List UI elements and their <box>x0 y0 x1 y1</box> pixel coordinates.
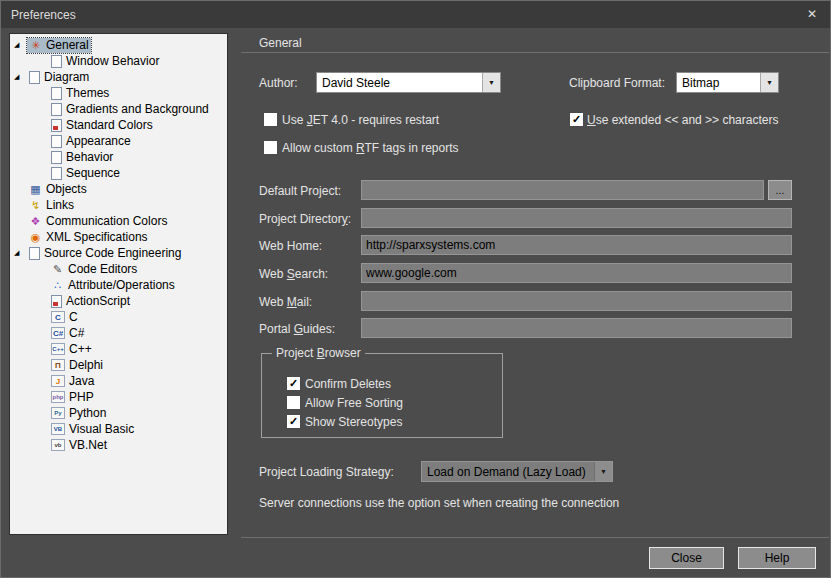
window-title: Preferences <box>11 8 76 22</box>
tree-item-links[interactable]: ↯Links <box>10 197 227 213</box>
tree-item-actionscript[interactable]: ActionScript <box>10 293 227 309</box>
palette-icon: ❖ <box>29 215 42 228</box>
tree-item-objects[interactable]: ▦Objects <box>10 181 227 197</box>
tree-item-label: Sequence <box>66 166 120 180</box>
tree-item-behavior[interactable]: Behavior <box>10 149 227 165</box>
tree-item-themes[interactable]: Themes <box>10 85 227 101</box>
project-directory-input[interactable] <box>361 208 792 228</box>
vbnet-icon: vb <box>51 439 65 451</box>
tree-row-content: ↯Links <box>27 198 76 213</box>
web-mail-label: Web Mail: <box>259 295 312 309</box>
tree-item-label: Behavior <box>66 150 113 164</box>
general-icon: ✳ <box>29 39 42 52</box>
php-icon: php <box>51 391 65 403</box>
tree-item-label: Diagram <box>44 70 89 84</box>
loading-strategy-value: Load on Demand (Lazy Load) <box>422 462 594 481</box>
tree-item-label: Communication Colors <box>46 214 167 228</box>
default-project-input[interactable] <box>361 180 764 200</box>
tree-row-content: Diagram <box>27 70 91 85</box>
tree-item-window-behavior[interactable]: Window Behavior <box>10 53 227 69</box>
tree-row-content: Appearance <box>49 134 133 149</box>
tree-item-gradients[interactable]: Gradients and Background <box>10 101 227 117</box>
tree-item-cpp[interactable]: C++C++ <box>10 341 227 357</box>
tree-expander[interactable]: ◢ <box>14 37 27 53</box>
tree-item-delphi[interactable]: ΠDelphi <box>10 357 227 373</box>
footer-separator <box>241 537 829 538</box>
project-directory-label: Project Directory: <box>259 212 351 226</box>
document-icon <box>29 71 40 84</box>
document-icon <box>51 55 62 68</box>
chevron-down-icon[interactable]: ▼ <box>594 462 612 481</box>
tree-item-csharp[interactable]: C#C# <box>10 325 227 341</box>
attributes-icon: ∴ <box>51 279 64 292</box>
tree-row-content: CC <box>49 310 80 325</box>
clipboard-format-combobox[interactable]: Bitmap ▼ <box>676 72 779 93</box>
tree-expander[interactable]: ◢ <box>14 69 27 85</box>
web-mail-input[interactable] <box>361 291 792 311</box>
author-combobox[interactable]: David Steele ▼ <box>316 72 501 93</box>
tree-item-label: Themes <box>66 86 109 100</box>
close-button[interactable]: Close <box>649 547 724 569</box>
tree-item-communication-colors[interactable]: ❖Communication Colors <box>10 213 227 229</box>
tree-item-standard-colors[interactable]: Standard Colors <box>10 117 227 133</box>
tree-row-content: Themes <box>49 86 111 101</box>
allow-free-sorting-checkbox[interactable] <box>286 395 301 410</box>
document-icon <box>51 151 62 164</box>
close-icon[interactable]: ✕ <box>802 6 822 23</box>
tree-expander[interactable]: ◢ <box>14 245 27 261</box>
tree-item-diagram[interactable]: ◢Diagram <box>10 69 227 85</box>
titlebar: Preferences ✕ <box>1 1 830 28</box>
tree-item-appearance[interactable]: Appearance <box>10 133 227 149</box>
globe-icon: ◉ <box>29 231 42 244</box>
tree-item-general[interactable]: ◢✳General <box>10 37 227 53</box>
confirm-deletes-label: Confirm Deletes <box>305 377 391 391</box>
portal-guides-input[interactable] <box>361 318 792 338</box>
web-home-input[interactable] <box>361 235 792 255</box>
loading-strategy-combobox[interactable]: Load on Demand (Lazy Load) ▼ <box>421 461 613 482</box>
document-icon <box>29 247 40 260</box>
tree-row-content: ActionScript <box>49 294 132 309</box>
tree-item-c[interactable]: CC <box>10 309 227 325</box>
browse-button[interactable]: ... <box>768 180 792 200</box>
clipboard-format-label: Clipboard Format: <box>569 76 665 90</box>
tree-item-vbnet[interactable]: vbVB.Net <box>10 437 227 453</box>
tree-item-label: Java <box>69 374 94 388</box>
help-button[interactable]: Help <box>738 547 816 569</box>
web-home-label: Web Home: <box>259 239 322 253</box>
confirm-deletes-checkbox[interactable]: ✓ <box>286 376 301 391</box>
default-project-label: Default Project: <box>259 184 341 198</box>
tree-item-label: Window Behavior <box>66 54 159 68</box>
tree-row-content: ✳General <box>27 38 91 53</box>
section-separator <box>241 52 829 53</box>
tree-item-label: Code Editors <box>68 262 137 276</box>
tree-item-source-code-engineering[interactable]: ◢Source Code Engineering <box>10 245 227 261</box>
tree-item-sequence[interactable]: Sequence <box>10 165 227 181</box>
tree-item-label: C++ <box>69 342 92 356</box>
chevron-down-icon[interactable]: ▼ <box>760 73 778 92</box>
chevron-down-icon[interactable]: ▼ <box>482 73 500 92</box>
web-search-input[interactable] <box>361 263 792 283</box>
tree-item-label: Visual Basic <box>69 422 134 436</box>
tree-item-label: Attribute/Operations <box>68 278 175 292</box>
tree-row-content: phpPHP <box>49 390 96 405</box>
tree-row-content: ΠDelphi <box>49 358 105 373</box>
colors-document-icon <box>51 119 62 132</box>
tree-item-java[interactable]: JJava <box>10 373 227 389</box>
use-extended-checkbox[interactable]: ✓ <box>569 112 584 127</box>
tree-item-attribute-operations[interactable]: ∴Attribute/Operations <box>10 277 227 293</box>
tree-item-xml-specifications[interactable]: ◉XML Specifications <box>10 229 227 245</box>
show-stereotypes-checkbox[interactable]: ✓ <box>286 414 301 429</box>
document-icon <box>51 103 62 116</box>
use-jet-checkbox[interactable] <box>263 112 278 127</box>
project-browser-group: Project Browser ✓ Confirm Deletes Allow … <box>261 353 503 438</box>
tree-item-visual-basic[interactable]: VBVisual Basic <box>10 421 227 437</box>
tree-item-label: Delphi <box>69 358 103 372</box>
tree-item-python[interactable]: PyPython <box>10 405 227 421</box>
tree-item-label: Links <box>46 198 74 212</box>
tree-item-php[interactable]: phpPHP <box>10 389 227 405</box>
allow-rtf-checkbox[interactable] <box>263 140 278 155</box>
tree-item-label: XML Specifications <box>46 230 148 244</box>
use-extended-label: Use extended << and >> characters <box>587 113 778 127</box>
clipboard-format-value: Bitmap <box>677 73 760 92</box>
tree-item-code-editors[interactable]: ✎Code Editors <box>10 261 227 277</box>
